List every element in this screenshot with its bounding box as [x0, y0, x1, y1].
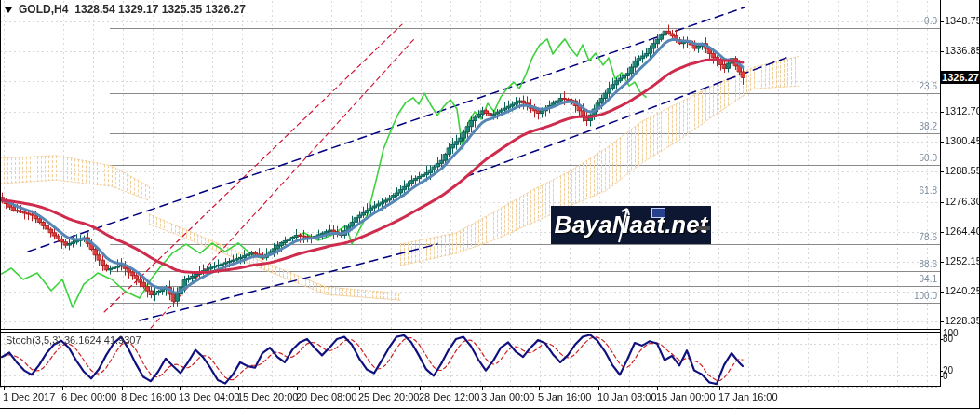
watermark-text-5: t — [700, 211, 708, 239]
fib-level-label: 0.0 — [924, 16, 937, 26]
price-axis-label: 1276.30 — [945, 196, 980, 207]
price-axis-label: 1228.35 — [945, 315, 980, 326]
fib-level-label: 50.0 — [920, 153, 937, 163]
stoch-scale-label: 80 — [943, 334, 953, 344]
time-axis-label: 25 Dec 20:00 — [358, 391, 419, 402]
stoch-scale-label: 0 — [943, 371, 948, 381]
fib-level-label: 23.6 — [920, 81, 937, 91]
chart-title: GOLD,H4 1328.54 1329.17 1325.35 1326.27 — [5, 3, 246, 16]
price-axis-label: 1312.70 — [945, 105, 980, 116]
time-axis-label: 5 Jan 16:00 — [538, 391, 592, 402]
time-axis-label: 28 Dec 12:00 — [419, 391, 479, 402]
price-axis-label: 1348.75 — [945, 15, 980, 26]
time-axis-label: 15 Dec 20:00 — [237, 391, 298, 402]
price-axis-label: 1288.55 — [945, 165, 980, 176]
flag-icon — [651, 208, 665, 218]
watermark-text-1: Baya — [555, 211, 612, 239]
fib-level-label: 94.1 — [920, 274, 937, 284]
fib-level-label: 88.6 — [920, 259, 937, 269]
ohlc-values: 1328.54 1329.17 1325.35 1326.27 — [74, 3, 246, 16]
fib-level-label: 100.0 — [914, 291, 937, 301]
time-axis-label: 3 Jan 00:00 — [481, 391, 535, 402]
price-chart-canvas[interactable] — [0, 0, 980, 409]
up-arrow-icon — [616, 203, 631, 244]
fib-level-label: 38.2 — [920, 121, 937, 131]
crossbar-icon — [696, 226, 710, 230]
time-axis-label: 20 Dec 08:00 — [296, 391, 356, 402]
watermark: BayaNaat.net — [551, 206, 711, 244]
time-axis-label: 10 Jan 08:00 — [597, 391, 657, 402]
time-axis-label: 6 Dec 00:00 — [61, 391, 116, 402]
time-axis-label: 8 Dec 16:00 — [121, 391, 176, 402]
time-axis-label: 15 Jan 00:00 — [656, 391, 716, 402]
stoch-indicator-label: Stoch(3,5,3) 36.1624 41.9307 — [6, 334, 141, 346]
price-axis-label: 1264.40 — [945, 225, 980, 237]
fib-level-label: 78.6 — [920, 232, 937, 242]
time-axis-label: 1 Dec 2017 — [3, 391, 55, 402]
time-axis-label: 13 Dec 04:00 — [179, 391, 239, 402]
time-axis-label: 17 Jan 16:00 — [718, 391, 778, 402]
price-axis-label: 1240.25 — [945, 285, 980, 296]
fib-level-label: 61.8 — [920, 185, 937, 196]
watermark-text-4: .ne — [665, 211, 700, 239]
price-axis-label: 1336.85 — [945, 45, 980, 56]
symbol-timeframe-label: GOLD,H4 — [19, 3, 68, 16]
current-price-tag: 1326.27 — [941, 71, 980, 84]
mt4-chart-window: GOLD,H4 1328.54 1329.17 1325.35 1326.27 … — [0, 0, 980, 409]
price-axis-label: 1300.45 — [945, 135, 980, 146]
symbol-dropdown-icon[interactable] — [5, 7, 12, 13]
current-price-value: 1326.27 — [942, 72, 979, 83]
price-axis-label: 1252.15 — [945, 255, 980, 266]
